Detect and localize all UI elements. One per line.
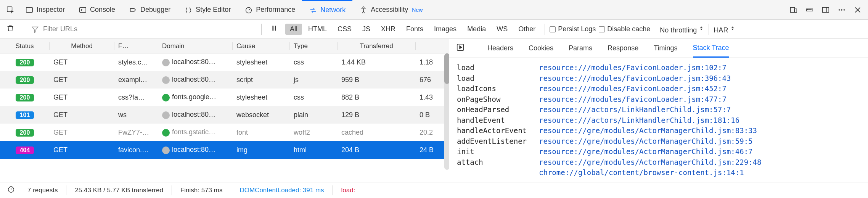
- filter-ws[interactable]: WS: [492, 24, 512, 35]
- disable-cache-checkbox[interactable]: Disable cache: [599, 25, 650, 33]
- col-cause[interactable]: Cause: [233, 42, 290, 50]
- details-tab-response[interactable]: Response: [608, 39, 638, 58]
- filter-other[interactable]: Other: [514, 24, 540, 35]
- har-menu[interactable]: HAR: [714, 24, 735, 34]
- stack-frame[interactable]: loadIconsresource:///modules/FaviconLoad…: [457, 84, 860, 94]
- stack-frame[interactable]: attachresource://gre/modules/ActorManage…: [457, 157, 860, 168]
- filter-js[interactable]: JS: [358, 24, 375, 35]
- stack-frame[interactable]: addEventListenerresource://gre/modules/A…: [457, 136, 860, 147]
- persist-logs-checkbox[interactable]: Persist Logs: [550, 25, 596, 33]
- tab-label: Style Editor: [196, 6, 231, 14]
- stack-source-link[interactable]: resource://gre/modules/ActorManagerChild…: [539, 146, 753, 157]
- stack-source-link[interactable]: chrome://global/content/browser-content.…: [539, 167, 744, 178]
- stack-source-link[interactable]: resource:///modules/FaviconLoader.jsm:45…: [539, 84, 727, 94]
- filter-urls-field[interactable]: [28, 25, 257, 34]
- col-domain[interactable]: Domain: [158, 42, 233, 50]
- stack-source-link[interactable]: resource://gre/modules/ActorManagerChild…: [539, 126, 757, 136]
- rdm-button[interactable]: [786, 0, 802, 19]
- stack-source-link[interactable]: resource:///actors/LinkHandlerChild.jsm:…: [539, 105, 731, 115]
- filter-images[interactable]: Images: [429, 24, 461, 35]
- tab-network[interactable]: Network: [302, 0, 352, 19]
- stack-source-link[interactable]: resource:///modules/FaviconLoader.jsm:10…: [539, 63, 727, 73]
- tab-performance[interactable]: Performance: [238, 0, 302, 19]
- tab-styleeditor[interactable]: Style Editor: [177, 0, 238, 19]
- cell-size: 0 B: [416, 111, 449, 119]
- request-row[interactable]: 200GETFwZY7-…fonts.gstatic…fontwoff2cach…: [0, 124, 449, 141]
- cell-method: GET: [50, 129, 114, 137]
- status-bytes: 25.43 KB / 5.77 KB transferred: [75, 187, 163, 194]
- tab-debugger[interactable]: Debugger: [122, 0, 177, 19]
- stack-frame[interactable]: chrome://global/content/browser-content.…: [457, 167, 860, 178]
- stack-frame[interactable]: loadresource:///modules/FaviconLoader.js…: [457, 73, 860, 84]
- checkbox-box: [599, 26, 605, 32]
- status-pill: 200: [16, 59, 34, 66]
- filter-all[interactable]: All: [285, 24, 302, 35]
- cell-size: 20.2: [416, 129, 449, 137]
- filter-html[interactable]: HTML: [304, 24, 331, 35]
- stack-frame[interactable]: onHeadParsedresource:///actors/LinkHandl…: [457, 105, 860, 115]
- more-button[interactable]: [834, 0, 850, 19]
- cell-transferred: 882 B: [338, 93, 416, 101]
- dock-picker-button[interactable]: [2, 0, 18, 19]
- tab-console[interactable]: Console: [72, 0, 122, 19]
- col-method[interactable]: Method: [50, 42, 114, 50]
- request-row[interactable]: 200GETexampl…localhost:80…scriptjs959 B6…: [0, 71, 449, 89]
- ruler-button[interactable]: [802, 0, 818, 19]
- svg-rect-12: [272, 26, 273, 31]
- filter-css[interactable]: CSS: [333, 24, 356, 35]
- request-row[interactable]: 101GETwslocalhost:80…websocketplain129 B…: [0, 106, 449, 124]
- request-row[interactable]: 200GETcss?fa…fonts.google…stylesheetcss8…: [0, 89, 449, 106]
- filter-urls-input[interactable]: [43, 25, 254, 33]
- throttling-select[interactable]: No throttling: [660, 24, 704, 34]
- cell-cause: websocket: [233, 111, 290, 119]
- col-file[interactable]: F…: [114, 42, 158, 50]
- stack-frame[interactable]: handleActorEventresource://gre/modules/A…: [457, 126, 860, 136]
- details-tab-params[interactable]: Params: [569, 39, 592, 58]
- vertical-scrollbar[interactable]: [444, 53, 449, 170]
- stack-source-link[interactable]: resource://gre/modules/ActorManagerChild…: [539, 157, 761, 168]
- stack-fn: [457, 167, 539, 178]
- filter-media[interactable]: Media: [463, 24, 490, 35]
- type-filter-group: AllHTMLCSSJSXHRFontsImagesMediaWSOther: [285, 24, 540, 35]
- perf-analysis-button[interactable]: [3, 185, 19, 195]
- details-tab-stack-trace[interactable]: Stack Trace: [693, 39, 729, 58]
- clear-button[interactable]: [2, 24, 18, 34]
- stack-frame[interactable]: handleEventresource:///actors/LinkHandle…: [457, 115, 860, 126]
- col-transferred[interactable]: Transferred: [338, 42, 416, 50]
- stack-frame[interactable]: initresource://gre/modules/ActorManagerC…: [457, 146, 860, 157]
- tab-accessibility[interactable]: Accessibility New: [352, 0, 429, 19]
- svg-point-15: [8, 187, 14, 193]
- cell-file: FwZY7-…: [114, 129, 158, 137]
- filter-xhr[interactable]: XHR: [376, 24, 400, 35]
- pause-button[interactable]: [266, 24, 282, 34]
- scrollbar-thumb[interactable]: [444, 53, 449, 84]
- stack-source-link[interactable]: resource:///modules/FaviconLoader.jsm:39…: [539, 73, 731, 84]
- stack-frame[interactable]: onPageShowresource:///modules/FaviconLoa…: [457, 94, 860, 105]
- svg-point-11: [844, 9, 845, 11]
- status-pill: 200: [16, 76, 34, 84]
- cell-type: html: [290, 146, 338, 154]
- col-status[interactable]: Status: [0, 42, 50, 50]
- filter-fonts[interactable]: Fonts: [402, 24, 428, 35]
- cell-type: plain: [290, 111, 338, 119]
- checkbox-box: [550, 26, 556, 32]
- request-row[interactable]: 200GETstyles.c…localhost:80…stylesheetcs…: [0, 53, 449, 71]
- svg-point-4: [363, 6, 364, 8]
- stack-frame[interactable]: loadresource:///modules/FaviconLoader.js…: [457, 63, 860, 73]
- stack-source-link[interactable]: resource://gre/modules/ActorManagerChild…: [539, 136, 753, 147]
- dock-side-button[interactable]: [818, 0, 834, 19]
- network-icon: [309, 6, 317, 14]
- stack-source-link[interactable]: resource:///modules/FaviconLoader.jsm:47…: [539, 94, 727, 105]
- col-type[interactable]: Type: [290, 42, 338, 50]
- close-devtools-button[interactable]: [850, 0, 866, 19]
- details-tab-cookies[interactable]: Cookies: [529, 39, 553, 58]
- request-row[interactable]: 404GETfavicon.…localhost:80…imghtml204 B…: [0, 141, 449, 159]
- details-tab-headers[interactable]: Headers: [487, 39, 513, 58]
- tab-inspector[interactable]: Inspector: [18, 0, 72, 19]
- console-icon: [79, 6, 87, 14]
- stack-fn: handleEvent: [457, 115, 539, 126]
- resend-button[interactable]: [452, 43, 468, 53]
- details-tab-timings[interactable]: Timings: [654, 39, 677, 58]
- cell-size: 676: [416, 76, 449, 84]
- stack-source-link[interactable]: resource:///actors/LinkHandlerChild.jsm:…: [539, 115, 739, 126]
